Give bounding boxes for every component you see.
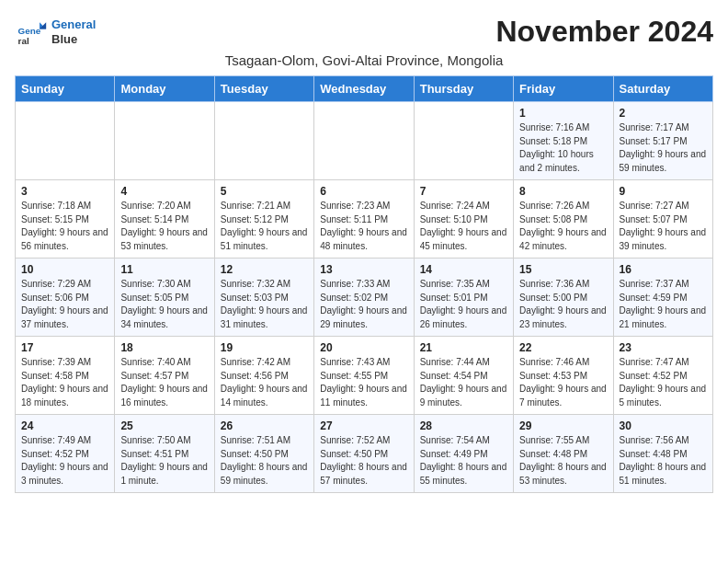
calendar-table: SundayMondayTuesdayWednesdayThursdayFrid…	[15, 75, 713, 493]
day-info: Sunrise: 7:21 AMSunset: 5:12 PMDaylight:…	[221, 200, 308, 253]
page-title: November 2024	[495, 15, 713, 49]
column-header-monday: Monday	[115, 76, 214, 102]
calendar-cell: 20Sunrise: 7:43 AMSunset: 4:55 PMDayligh…	[314, 337, 414, 415]
week-row-1: 1Sunrise: 7:16 AMSunset: 5:18 PMDaylight…	[16, 102, 713, 180]
calendar-body: 1Sunrise: 7:16 AMSunset: 5:18 PMDaylight…	[16, 102, 713, 493]
calendar-cell: 4Sunrise: 7:20 AMSunset: 5:14 PMDaylight…	[115, 180, 214, 259]
logo: Gene ral General Blue	[15, 16, 96, 49]
calendar-cell	[115, 102, 214, 180]
day-info: Sunrise: 7:16 AMSunset: 5:18 PMDaylight:…	[519, 121, 607, 175]
calendar-cell: 18Sunrise: 7:40 AMSunset: 4:57 PMDayligh…	[115, 337, 214, 415]
day-info: Sunrise: 7:40 AMSunset: 4:57 PMDaylight:…	[120, 356, 208, 409]
column-header-friday: Friday	[514, 76, 613, 102]
day-number: 8	[519, 185, 607, 198]
calendar-cell: 8Sunrise: 7:26 AMSunset: 5:08 PMDaylight…	[514, 180, 613, 259]
calendar-cell: 7Sunrise: 7:24 AMSunset: 5:10 PMDaylight…	[414, 180, 513, 259]
day-info: Sunrise: 7:27 AMSunset: 5:07 PMDaylight:…	[620, 200, 707, 253]
calendar-cell: 28Sunrise: 7:54 AMSunset: 4:49 PMDayligh…	[414, 415, 513, 493]
calendar-cell: 16Sunrise: 7:37 AMSunset: 4:59 PMDayligh…	[613, 259, 712, 337]
day-info: Sunrise: 7:44 AMSunset: 4:54 PMDaylight:…	[420, 356, 507, 409]
calendar-cell: 1Sunrise: 7:16 AMSunset: 5:18 PMDaylight…	[514, 102, 613, 180]
logo-line1: General	[51, 17, 96, 31]
day-info: Sunrise: 7:51 AMSunset: 4:50 PMDaylight:…	[221, 434, 308, 488]
day-number: 10	[21, 263, 108, 276]
day-info: Sunrise: 7:39 AMSunset: 4:58 PMDaylight:…	[21, 356, 108, 409]
day-info: Sunrise: 7:23 AMSunset: 5:11 PMDaylight:…	[320, 200, 407, 253]
day-info: Sunrise: 7:47 AMSunset: 4:52 PMDaylight:…	[620, 356, 707, 409]
day-info: Sunrise: 7:37 AMSunset: 4:59 PMDaylight:…	[620, 278, 707, 331]
page-subtitle: Tsagaan-Olom, Govi-Altai Province, Mongo…	[15, 52, 713, 68]
column-header-sunday: Sunday	[16, 76, 115, 102]
day-number: 2	[620, 107, 707, 120]
svg-text:ral: ral	[18, 35, 29, 45]
day-info: Sunrise: 7:18 AMSunset: 5:15 PMDaylight:…	[21, 200, 108, 253]
calendar-cell: 21Sunrise: 7:44 AMSunset: 4:54 PMDayligh…	[414, 337, 513, 415]
page-header: Gene ral General Blue November 2024	[15, 15, 713, 49]
day-info: Sunrise: 7:52 AMSunset: 4:50 PMDaylight:…	[320, 434, 407, 488]
calendar-cell: 24Sunrise: 7:49 AMSunset: 4:52 PMDayligh…	[16, 415, 115, 493]
day-number: 12	[221, 263, 308, 276]
logo-icon: Gene ral	[15, 16, 48, 49]
calendar-cell: 11Sunrise: 7:30 AMSunset: 5:05 PMDayligh…	[115, 259, 214, 337]
day-number: 4	[120, 185, 208, 198]
calendar-cell: 23Sunrise: 7:47 AMSunset: 4:52 PMDayligh…	[613, 337, 712, 415]
calendar-header: SundayMondayTuesdayWednesdayThursdayFrid…	[16, 76, 713, 102]
calendar-cell: 15Sunrise: 7:36 AMSunset: 5:00 PMDayligh…	[514, 259, 613, 337]
day-number: 23	[620, 341, 707, 354]
calendar-cell	[16, 102, 115, 180]
day-number: 17	[21, 341, 108, 354]
day-number: 9	[620, 185, 707, 198]
calendar-cell: 3Sunrise: 7:18 AMSunset: 5:15 PMDaylight…	[16, 180, 115, 259]
day-info: Sunrise: 7:30 AMSunset: 5:05 PMDaylight:…	[120, 278, 208, 331]
day-info: Sunrise: 7:35 AMSunset: 5:01 PMDaylight:…	[420, 278, 507, 331]
day-info: Sunrise: 7:42 AMSunset: 4:56 PMDaylight:…	[221, 356, 308, 409]
column-header-saturday: Saturday	[613, 76, 712, 102]
week-row-2: 3Sunrise: 7:18 AMSunset: 5:15 PMDaylight…	[16, 180, 713, 259]
day-number: 6	[320, 185, 407, 198]
day-info: Sunrise: 7:46 AMSunset: 4:53 PMDaylight:…	[519, 356, 607, 409]
week-row-3: 10Sunrise: 7:29 AMSunset: 5:06 PMDayligh…	[16, 259, 713, 337]
day-number: 16	[620, 263, 707, 276]
day-number: 28	[420, 419, 507, 432]
logo-text: General Blue	[51, 17, 96, 46]
column-header-tuesday: Tuesday	[214, 76, 313, 102]
day-number: 18	[120, 341, 208, 354]
day-info: Sunrise: 7:55 AMSunset: 4:48 PMDaylight:…	[519, 434, 607, 488]
day-info: Sunrise: 7:24 AMSunset: 5:10 PMDaylight:…	[420, 200, 507, 253]
calendar-cell: 12Sunrise: 7:32 AMSunset: 5:03 PMDayligh…	[214, 259, 313, 337]
calendar-cell	[314, 102, 414, 180]
day-number: 29	[519, 419, 607, 432]
calendar-cell: 29Sunrise: 7:55 AMSunset: 4:48 PMDayligh…	[514, 415, 613, 493]
calendar-cell: 14Sunrise: 7:35 AMSunset: 5:01 PMDayligh…	[414, 259, 513, 337]
day-number: 24	[21, 419, 108, 432]
calendar-cell: 10Sunrise: 7:29 AMSunset: 5:06 PMDayligh…	[16, 259, 115, 337]
week-row-4: 17Sunrise: 7:39 AMSunset: 4:58 PMDayligh…	[16, 337, 713, 415]
header-row: SundayMondayTuesdayWednesdayThursdayFrid…	[16, 76, 713, 102]
column-header-wednesday: Wednesday	[314, 76, 414, 102]
calendar-cell: 25Sunrise: 7:50 AMSunset: 4:51 PMDayligh…	[115, 415, 214, 493]
day-number: 30	[620, 419, 707, 432]
calendar-cell: 30Sunrise: 7:56 AMSunset: 4:48 PMDayligh…	[613, 415, 712, 493]
calendar-cell: 22Sunrise: 7:46 AMSunset: 4:53 PMDayligh…	[514, 337, 613, 415]
calendar-cell: 17Sunrise: 7:39 AMSunset: 4:58 PMDayligh…	[16, 337, 115, 415]
day-number: 13	[320, 263, 407, 276]
day-number: 1	[519, 107, 607, 120]
day-info: Sunrise: 7:29 AMSunset: 5:06 PMDaylight:…	[21, 278, 108, 331]
day-info: Sunrise: 7:20 AMSunset: 5:14 PMDaylight:…	[120, 200, 208, 253]
calendar-cell: 2Sunrise: 7:17 AMSunset: 5:17 PMDaylight…	[613, 102, 712, 180]
day-number: 15	[519, 263, 607, 276]
day-info: Sunrise: 7:33 AMSunset: 5:02 PMDaylight:…	[320, 278, 407, 331]
day-info: Sunrise: 7:36 AMSunset: 5:00 PMDaylight:…	[519, 278, 607, 331]
day-number: 20	[320, 341, 407, 354]
day-info: Sunrise: 7:17 AMSunset: 5:17 PMDaylight:…	[620, 121, 707, 175]
day-number: 14	[420, 263, 507, 276]
day-info: Sunrise: 7:54 AMSunset: 4:49 PMDaylight:…	[420, 434, 507, 488]
day-info: Sunrise: 7:56 AMSunset: 4:48 PMDaylight:…	[620, 434, 707, 488]
calendar-cell: 26Sunrise: 7:51 AMSunset: 4:50 PMDayligh…	[214, 415, 313, 493]
column-header-thursday: Thursday	[414, 76, 513, 102]
day-number: 5	[221, 185, 308, 198]
calendar-cell: 13Sunrise: 7:33 AMSunset: 5:02 PMDayligh…	[314, 259, 414, 337]
calendar-cell: 5Sunrise: 7:21 AMSunset: 5:12 PMDaylight…	[214, 180, 313, 259]
day-info: Sunrise: 7:43 AMSunset: 4:55 PMDaylight:…	[320, 356, 407, 409]
calendar-cell: 6Sunrise: 7:23 AMSunset: 5:11 PMDaylight…	[314, 180, 414, 259]
